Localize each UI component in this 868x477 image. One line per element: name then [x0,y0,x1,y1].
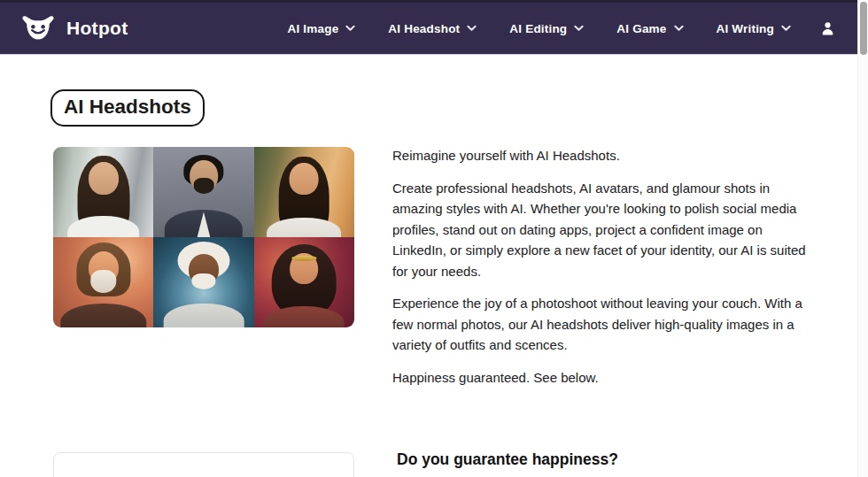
portrait-torso [60,304,146,327]
nav-item-ai-image[interactable]: AI Image [287,22,355,35]
nav-item-ai-headshot[interactable]: AI Headshot [388,22,477,35]
hotpot-logo-icon [21,15,55,42]
portrait-torso [67,216,140,237]
navbar-top-strip [0,0,857,3]
page: Hotpot AI Image AI Headshot AI Editing [0,0,868,477]
faq-heading: Do you guarantee happiness? [397,450,618,469]
brand-name: Hotpot [66,18,128,39]
intro-paragraph: Happiness guaranteed. See below. [392,367,806,389]
gallery-photo-5 [153,237,253,327]
nav-item-ai-writing[interactable]: AI Writing [717,22,792,35]
portrait-torso [267,218,341,237]
main-nav: AI Image AI Headshot AI Editing AI Game [287,22,791,35]
scrollbar-track[interactable] [857,0,868,477]
intro-copy: Reimagine yourself with AI Headshots. Cr… [392,145,806,399]
portrait-torso [264,306,345,327]
portrait-face [290,163,319,195]
chevron-down-icon [674,25,684,32]
portrait-beard [90,270,116,294]
scrollbar-thumb[interactable] [860,2,867,55]
portrait-tiara [292,256,316,261]
nav-item-label: AI Headshot [388,22,460,35]
portrait-face [89,162,119,195]
intro-paragraph: Experience the joy of a photoshoot witho… [392,293,806,356]
headshot-gallery [53,147,354,327]
page-title: AI Headshots [50,89,205,127]
navbar: Hotpot AI Image AI Headshot AI Editing [0,0,857,55]
gallery-photo-3 [254,147,354,237]
nav-item-label: AI Writing [717,22,775,35]
portrait-beard [194,178,214,194]
nav-item-ai-editing[interactable]: AI Editing [509,22,584,35]
chevron-down-icon [345,25,355,32]
intro-paragraph: Create professional headshots, AI avatar… [392,178,806,282]
nav-item-ai-game[interactable]: AI Game [616,22,683,35]
faq-card [53,452,354,477]
nav-item-label: AI Editing [509,22,567,35]
nav-item-label: AI Game [616,22,666,35]
user-icon [821,21,834,36]
intro-paragraph: Reimagine yourself with AI Headshots. [392,145,806,166]
portrait-torso [164,304,244,327]
brand-home-link[interactable]: Hotpot [21,15,128,42]
chevron-down-icon [574,25,584,32]
gallery-photo-2 [153,147,253,237]
chevron-down-icon [781,25,791,32]
account-button[interactable] [821,21,834,36]
gallery-photo-4 [53,237,153,327]
gallery-photo-6 [254,237,354,327]
gallery-photo-1 [53,147,153,237]
portrait-beard [191,273,215,289]
chevron-down-icon [467,25,477,32]
nav-item-label: AI Image [287,22,338,35]
